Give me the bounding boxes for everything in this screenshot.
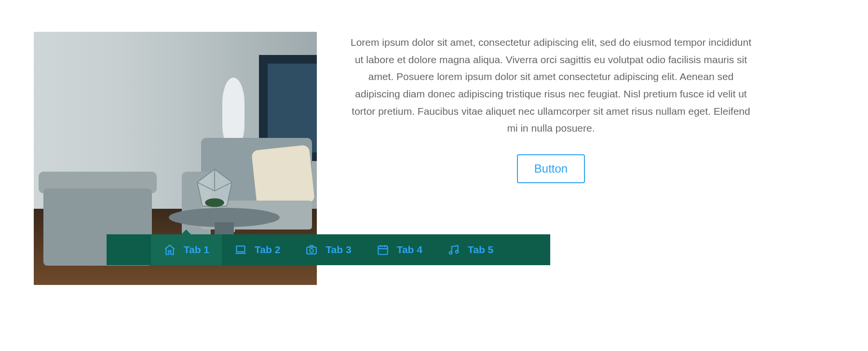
tab-2[interactable]: Tab 2 [222, 234, 293, 265]
tab-label: Tab 5 [468, 244, 493, 256]
svg-rect-6 [307, 247, 317, 254]
calendar-icon [377, 243, 389, 256]
tab-label: Tab 4 [397, 244, 422, 256]
svg-rect-5 [236, 246, 244, 252]
cta-button[interactable]: Button [517, 154, 585, 183]
svg-rect-8 [378, 246, 388, 254]
tabs-bar: Tab 1 Tab 2 Tab 3 Tab 4 Tab 5 [107, 234, 550, 265]
tab-4[interactable]: Tab 4 [364, 234, 435, 265]
tab-label: Tab 1 [184, 244, 209, 256]
tab-5[interactable]: Tab 5 [435, 234, 506, 265]
laptop-icon [234, 243, 247, 256]
svg-point-4 [205, 198, 224, 207]
svg-point-9 [449, 252, 452, 254]
tab-label: Tab 2 [255, 244, 280, 256]
tab-1[interactable]: Tab 1 [151, 234, 222, 265]
music-icon [448, 243, 460, 256]
terrarium [193, 167, 236, 215]
svg-point-7 [310, 249, 314, 253]
body-text: Lorem ipsum dolor sit amet, consectetur … [338, 34, 764, 137]
tab-label: Tab 3 [326, 244, 351, 256]
tab-3[interactable]: Tab 3 [293, 234, 364, 265]
svg-point-10 [456, 251, 458, 253]
content-column: Lorem ipsum dolor sit amet, consectetur … [338, 34, 764, 183]
home-icon [163, 243, 176, 256]
camera-icon [305, 243, 318, 256]
